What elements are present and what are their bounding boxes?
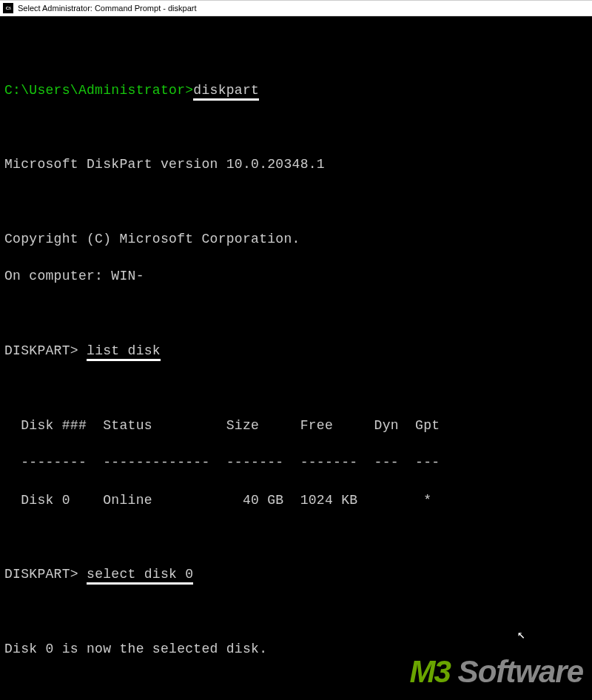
prompt-line: C:\Users\Administrator>diskpart: [4, 81, 588, 100]
prompt-seldisk: DISKPART> select disk 0: [4, 565, 588, 584]
prompt-path: C:\Users\Administrator>: [4, 83, 193, 98]
version-line: Microsoft DiskPart version 10.0.20348.1: [4, 155, 588, 174]
window-title: Select Administrator: Command Prompt - d…: [18, 4, 196, 13]
seldisk-result: Disk 0 is now the selected disk.: [4, 640, 588, 659]
redacted-hostname: [144, 267, 226, 286]
window-titlebar[interactable]: C:\ Select Administrator: Command Prompt…: [0, 0, 592, 16]
disk-table-divider: -------- ------------- ------- ------- -…: [4, 454, 588, 472]
computer-line: On computer: WIN-: [4, 267, 588, 286]
cmd-select-disk: select disk 0: [87, 567, 193, 585]
cmd-diskpart: diskpart: [193, 83, 259, 101]
cmd-icon: C:\: [3, 3, 13, 13]
cmd-list-disk: list disk: [87, 343, 161, 361]
copyright-line: Copyright (C) Microsoft Corporation.: [4, 230, 588, 249]
disk-table-row: Disk 0 Online 40 GB 1024 KB *: [4, 491, 588, 510]
terminal-output[interactable]: C:\Users\Administrator>diskpart Microsof…: [0, 16, 592, 700]
disk-table-header: Disk ### Status Size Free Dyn Gpt: [4, 417, 588, 435]
prompt-listdisk: DISKPART> list disk: [4, 342, 588, 360]
